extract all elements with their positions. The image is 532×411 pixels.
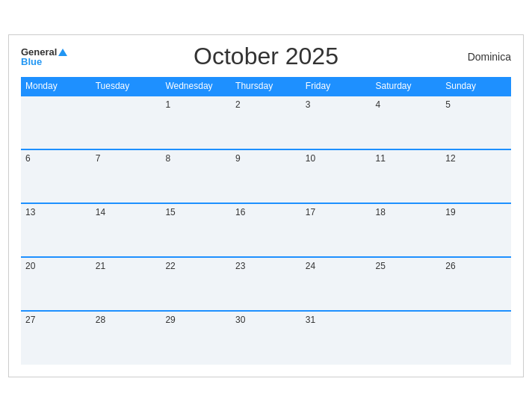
logo: General Blue [21, 47, 67, 67]
table-row: 6789101112 [21, 149, 511, 203]
table-row: 13141516171819 [21, 203, 511, 257]
day-cell: 16 [231, 203, 301, 257]
day-cell: 14 [91, 203, 161, 257]
day-cell [21, 96, 91, 149]
day-cell: 21 [91, 257, 161, 311]
day-cell: 19 [441, 203, 511, 257]
col-friday: Friday [301, 77, 371, 96]
calendar-table: Monday Tuesday Wednesday Thursday Friday… [21, 77, 511, 365]
day-cell: 9 [231, 149, 301, 203]
table-row: 20212223242526 [21, 257, 511, 311]
day-cell [371, 311, 442, 365]
day-cell: 7 [91, 149, 161, 203]
day-cell: 18 [371, 203, 442, 257]
table-row: 12345 [21, 96, 511, 149]
calendar-header-row: Monday Tuesday Wednesday Thursday Friday… [21, 77, 511, 96]
day-cell: 4 [371, 96, 442, 149]
logo-blue-text: Blue [21, 57, 67, 67]
day-cell: 1 [161, 96, 231, 149]
calendar-header: General Blue October 2025 Dominica [21, 47, 511, 67]
calendar-container: General Blue October 2025 Dominica Monda… [8, 34, 524, 377]
day-cell: 5 [441, 96, 511, 149]
day-cell: 31 [301, 311, 371, 365]
col-tuesday: Tuesday [91, 77, 161, 96]
day-cell [91, 96, 161, 149]
day-cell: 10 [301, 149, 371, 203]
calendar-body: 1234567891011121314151617181920212223242… [21, 96, 511, 365]
day-cell: 27 [21, 311, 91, 365]
day-cell [441, 311, 511, 365]
col-wednesday: Wednesday [161, 77, 231, 96]
day-cell: 26 [441, 257, 511, 311]
day-cell: 23 [231, 257, 301, 311]
col-saturday: Saturday [371, 77, 442, 96]
country-label: Dominica [468, 51, 511, 63]
day-cell: 22 [161, 257, 231, 311]
logo-general-text: General [21, 47, 67, 57]
day-cell: 3 [301, 96, 371, 149]
day-cell: 28 [91, 311, 161, 365]
table-row: 2728293031 [21, 311, 511, 365]
day-cell: 11 [371, 149, 442, 203]
col-monday: Monday [21, 77, 91, 96]
day-cell: 6 [21, 149, 91, 203]
day-cell: 12 [441, 149, 511, 203]
day-cell: 30 [231, 311, 301, 365]
month-title: October 2025 [194, 43, 338, 70]
col-thursday: Thursday [231, 77, 301, 96]
day-cell: 20 [21, 257, 91, 311]
col-sunday: Sunday [441, 77, 511, 96]
day-cell: 13 [21, 203, 91, 257]
day-cell: 2 [231, 96, 301, 149]
day-cell: 15 [161, 203, 231, 257]
logo-triangle-icon [58, 49, 67, 56]
day-cell: 25 [371, 257, 442, 311]
day-cell: 29 [161, 311, 231, 365]
day-cell: 17 [301, 203, 371, 257]
day-cell: 8 [161, 149, 231, 203]
day-cell: 24 [301, 257, 371, 311]
weekday-row: Monday Tuesday Wednesday Thursday Friday… [21, 77, 511, 96]
